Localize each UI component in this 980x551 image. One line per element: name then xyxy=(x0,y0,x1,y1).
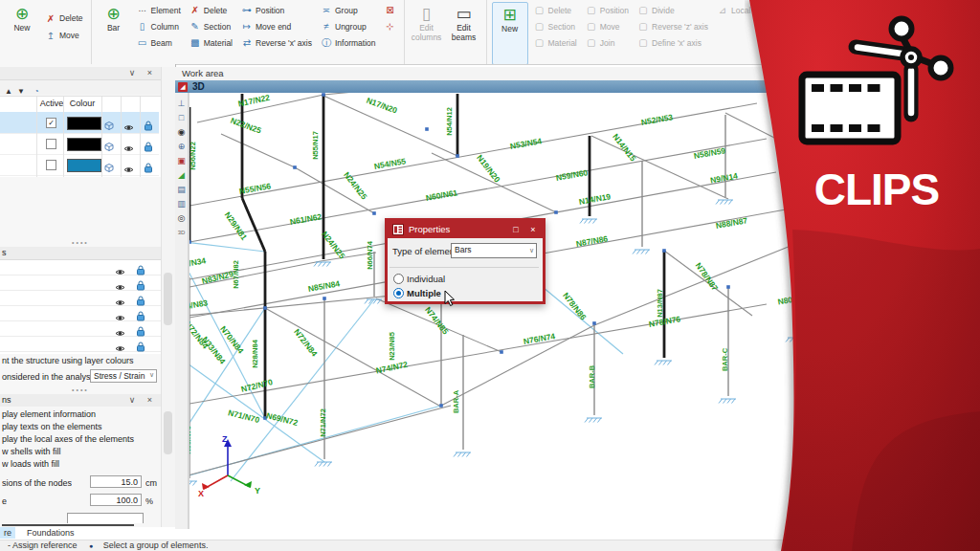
collapse-panel-icon[interactable]: ∨ xyxy=(129,395,141,405)
radio-multiple[interactable] xyxy=(393,288,404,298)
lock-icon[interactable] xyxy=(144,160,153,177)
move-end-button[interactable]: ↦Move end xyxy=(238,18,315,34)
position-button[interactable]: ▢Position xyxy=(583,2,632,18)
close-button[interactable]: × xyxy=(525,221,541,238)
panel-splitter[interactable]: •••• xyxy=(72,239,89,246)
column-button[interactable]: ▯Column xyxy=(134,18,184,34)
material-button[interactable]: ▢Material xyxy=(531,34,580,51)
panel-splitter-2[interactable]: •••• xyxy=(72,386,89,393)
cube-icon[interactable] xyxy=(103,160,115,177)
layer-colour-swatch[interactable] xyxy=(67,117,101,130)
visibility-row[interactable] xyxy=(0,321,161,337)
eye-icon[interactable] xyxy=(115,340,125,357)
eye-icon[interactable] xyxy=(123,161,134,178)
element-button[interactable]: ∙∙∙Element xyxy=(134,2,184,18)
layer-colour-swatch[interactable] xyxy=(67,138,101,151)
move-down-icon[interactable]: ▼ xyxy=(17,87,25,96)
crosshair-icon-button[interactable]: ⊹ xyxy=(382,18,399,34)
option-item[interactable]: play texts on the elements xyxy=(2,422,159,431)
support-icon xyxy=(189,481,197,486)
close-panel-icon[interactable]: × xyxy=(147,68,157,77)
delete-button[interactable]: ▢Delete xyxy=(531,2,580,18)
option-item[interactable]: w shells with fill xyxy=(2,447,159,456)
material-button[interactable]: ▩Material xyxy=(187,34,235,51)
radio-individual[interactable] xyxy=(393,274,404,284)
define-x-axis-button[interactable]: ▢Define 'x' axis xyxy=(635,34,711,51)
node-move-icon: ↥ xyxy=(45,31,56,41)
position-button[interactable]: ⊶Position xyxy=(238,2,315,18)
close-panel-icon[interactable]: × xyxy=(147,395,157,405)
panel-scrollbar[interactable] xyxy=(161,67,175,528)
active-checkbox[interactable] xyxy=(46,139,56,149)
lock-icon[interactable] xyxy=(136,339,145,356)
tab-structure[interactable]: re xyxy=(0,527,15,539)
divide-button[interactable]: ▢Divide xyxy=(635,2,711,18)
option-item[interactable]: play element information xyxy=(2,409,159,419)
edit-columns-button[interactable]: ▯Edit columns xyxy=(410,2,444,65)
analysis-dropdown[interactable]: Stress / Strain∨ xyxy=(90,369,157,383)
visibility-row[interactable] xyxy=(0,291,161,306)
cube-view-icon[interactable]: □ xyxy=(175,111,188,125)
collapse-panel-icon[interactable]: ∨ xyxy=(129,68,141,77)
visibility-row[interactable] xyxy=(0,337,161,352)
partial-input[interactable] xyxy=(67,513,144,523)
selection-frame-icon-button[interactable]: ⊠ xyxy=(382,2,399,18)
bar-button[interactable]: ⊕Bar xyxy=(97,2,131,65)
layer-colour-swatch[interactable] xyxy=(67,159,101,172)
element-type-dropdown[interactable]: Bars ∨ xyxy=(451,243,537,258)
group-button[interactable]: ≍Group xyxy=(318,2,379,18)
option-item[interactable]: w loads with fill xyxy=(2,459,159,469)
scrollbar-thumb[interactable] xyxy=(164,411,172,454)
rotate-view-icon[interactable]: ⊕ xyxy=(175,140,188,154)
position-icon: ⊶ xyxy=(241,5,253,15)
information-button[interactable]: ⓘInformation xyxy=(318,34,379,51)
layers-view-icon[interactable]: ▤ xyxy=(175,183,188,197)
filter-icon[interactable]: ◔ xyxy=(34,87,39,96)
radio-multiple-label[interactable]: Multiple xyxy=(407,288,441,298)
layer-row[interactable]: ✓ xyxy=(0,112,159,134)
zoom-extents-icon[interactable]: ◢ xyxy=(175,168,188,183)
layer-row[interactable] xyxy=(0,133,159,155)
node-size-input[interactable]: 15.0 xyxy=(90,475,142,488)
active-checkbox[interactable]: ✓ xyxy=(46,118,56,128)
perspective-icon[interactable]: ◉ xyxy=(175,125,188,140)
radio-individual-label[interactable]: Individual xyxy=(407,274,445,284)
scrollbar-thumb[interactable] xyxy=(164,273,172,325)
viewport-icon[interactable]: ▣ xyxy=(175,154,188,168)
dialog-title-bar[interactable]: Properties □ × xyxy=(388,221,543,238)
button-label: Material xyxy=(548,38,577,48)
orbit-3d-icon[interactable]: 3D xyxy=(175,226,188,240)
maximize-button[interactable]: □ xyxy=(508,221,523,238)
beam-button[interactable]: ▭Beam xyxy=(134,34,184,51)
status-bullet-icon: ● xyxy=(89,542,93,549)
new-button[interactable]: ⊞New xyxy=(492,2,528,65)
move-button[interactable]: ▢Move xyxy=(583,18,632,34)
reverse-z-axis-button[interactable]: ▢Reverse 'z' axis xyxy=(635,18,711,34)
section-button[interactable]: ▢Section xyxy=(531,18,580,34)
visibility-row[interactable] xyxy=(0,276,161,291)
visibility-row[interactable] xyxy=(0,260,161,276)
edit-beams-button[interactable]: ▭Edit beams xyxy=(447,2,481,65)
new-button[interactable]: ⊕New xyxy=(5,2,39,65)
stack-view-icon[interactable]: ▥ xyxy=(175,197,188,211)
move-button[interactable]: ↥Move xyxy=(42,27,86,44)
join-button[interactable]: ▢Join xyxy=(583,34,632,51)
section-button[interactable]: ✎Section xyxy=(187,18,235,34)
option-item[interactable]: play the local axes of the elements xyxy=(2,434,159,444)
delete-button[interactable]: ✗Delete xyxy=(187,2,235,18)
tab-foundations[interactable]: Foundations xyxy=(23,527,78,539)
visibility-icon[interactable]: ◎ xyxy=(175,211,188,226)
bar-label: N22/N25 xyxy=(230,116,263,136)
move-up-icon[interactable]: ▲ xyxy=(5,87,12,96)
reverse-x-axis-button[interactable]: ⇄Reverse 'x' axis xyxy=(238,34,315,51)
layer-row[interactable] xyxy=(0,154,159,176)
active-checkbox[interactable] xyxy=(46,160,56,170)
visibility-row[interactable] xyxy=(0,306,161,321)
axes-icon[interactable]: ⊥ xyxy=(175,97,188,111)
bar-label: N76/N74 xyxy=(523,331,556,346)
scale-input[interactable]: 100.0 xyxy=(90,494,142,506)
bar-label: N83/N29 xyxy=(201,269,234,286)
ungroup-button[interactable]: ≠Ungroup xyxy=(318,18,379,34)
delete-button[interactable]: ✗Delete xyxy=(42,10,86,27)
properties-dialog[interactable]: Properties □ × Type of element Bars ∨ In… xyxy=(385,218,546,304)
